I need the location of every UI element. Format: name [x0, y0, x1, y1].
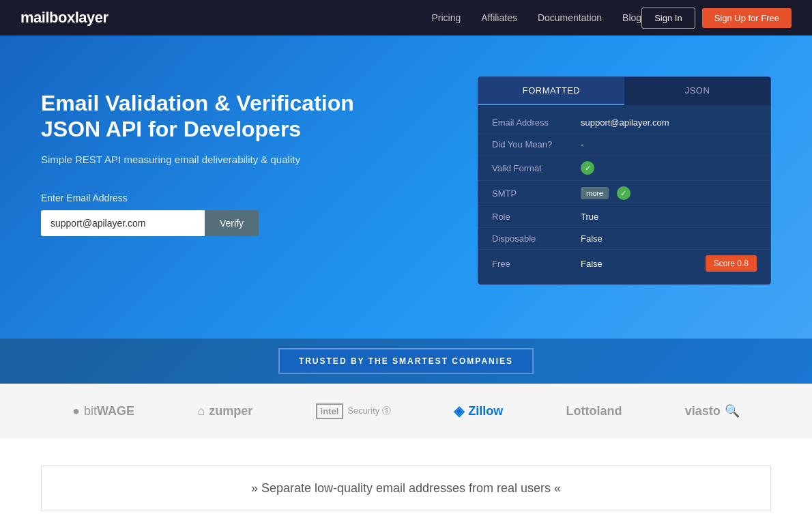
zumper-icon: ⌂ — [197, 404, 205, 418]
demo-card: FORMATTED JSON Email Address support@api… — [478, 76, 771, 285]
features-banner: » Separate low-quality email addresses f… — [41, 466, 771, 511]
logo-lottoland: Lottoland — [566, 404, 622, 418]
tab-formatted[interactable]: FORMATTED — [478, 77, 624, 105]
demo-row-free: Free False Score 0.8 — [478, 250, 770, 277]
email-input[interactable] — [41, 210, 205, 236]
hero-input-row: Verify — [41, 210, 437, 236]
hero-title: Email Validation & Verification JSON API… — [41, 90, 437, 143]
demo-row-email: Email Address support@apilayer.com — [478, 112, 770, 134]
demo-label-didyoumean: Did You Mean? — [492, 139, 581, 149]
demo-label-free: Free — [492, 259, 581, 269]
verify-button[interactable]: Verify — [205, 210, 259, 236]
demo-body: Email Address support@apilayer.com Did Y… — [478, 105, 770, 284]
features-section: » Separate low-quality email addresses f… — [0, 438, 812, 514]
demo-value-validformat: ✓ — [581, 161, 757, 175]
nav-documentation[interactable]: Documentation — [538, 12, 602, 23]
trusted-badge-text: TRUSTED BY THE SMARTEST COMPANIES — [278, 348, 534, 374]
score-badge: Score 0.8 — [706, 255, 757, 272]
nav-blog[interactable]: Blog — [622, 12, 641, 23]
logo-zumper: ⌂ zumper — [197, 404, 252, 418]
demo-tabs: FORMATTED JSON — [478, 77, 770, 105]
demo-label-role: Role — [492, 212, 581, 222]
navbar: mailboxlayer Pricing Affiliates Document… — [0, 0, 812, 35]
demo-label-email: Email Address — [492, 117, 581, 128]
demo-value-didyoumean: - — [581, 139, 757, 149]
demo-row-smtp: SMTP more ✓ — [478, 181, 770, 206]
demo-value-role: True — [581, 212, 757, 222]
tab-json[interactable]: JSON — [624, 77, 770, 105]
check-icon-validformat: ✓ — [581, 161, 594, 175]
nav-links: Pricing Affiliates Documentation Blog — [431, 12, 641, 23]
trusted-banner: TRUSTED BY THE SMARTEST COMPANIES — [0, 339, 812, 384]
check-icon-smtp: ✓ — [617, 186, 630, 200]
nav-pricing[interactable]: Pricing — [431, 12, 461, 23]
demo-row-role: Role True — [478, 206, 770, 228]
viasto-search-icon: 🔍 — [725, 403, 740, 418]
intel-icon: intel — [316, 403, 344, 419]
demo-row-validformat: Valid Format ✓ — [478, 156, 770, 181]
demo-row-disposable: Disposable False — [478, 228, 770, 250]
hero-input-label: Enter Email Address — [41, 192, 437, 203]
demo-value-smtp: more ✓ — [581, 186, 757, 200]
nav-affiliates[interactable]: Affiliates — [481, 12, 517, 23]
demo-value-disposable: False — [581, 233, 757, 244]
demo-row-didyoumean: Did You Mean? - — [478, 134, 770, 156]
bitwage-icon: ● — [72, 404, 80, 418]
logo-zillow: ◈ Zillow — [454, 403, 503, 419]
logo-intel: intel Security ⓢ — [316, 403, 391, 419]
hero-section: Email Validation & Verification JSON API… — [0, 35, 812, 339]
demo-label-smtp: SMTP — [492, 188, 581, 199]
signin-button[interactable]: Sign In — [641, 8, 695, 29]
demo-label-validformat: Valid Format — [492, 163, 581, 173]
zillow-icon: ◈ — [454, 403, 464, 419]
hero-subtitle: Simple REST API measuring email delivera… — [41, 154, 437, 165]
demo-value-free: False — [581, 259, 706, 269]
more-button[interactable]: more — [581, 187, 609, 199]
signup-button[interactable]: Sign Up for Free — [702, 8, 792, 28]
hero-left: Email Validation & Verification JSON API… — [41, 76, 437, 236]
logo-bitwage: ● bitWAGE — [72, 404, 134, 418]
brand-logo: mailboxlayer — [20, 9, 108, 27]
demo-label-disposable: Disposable — [492, 233, 581, 244]
features-banner-text: » Separate low-quality email addresses f… — [251, 481, 561, 495]
logo-viasto: viasto 🔍 — [685, 403, 740, 418]
demo-value-email: support@apilayer.com — [581, 117, 757, 128]
logos-section: ● bitWAGE ⌂ zumper intel Security ⓢ ◈ Zi… — [0, 384, 812, 438]
